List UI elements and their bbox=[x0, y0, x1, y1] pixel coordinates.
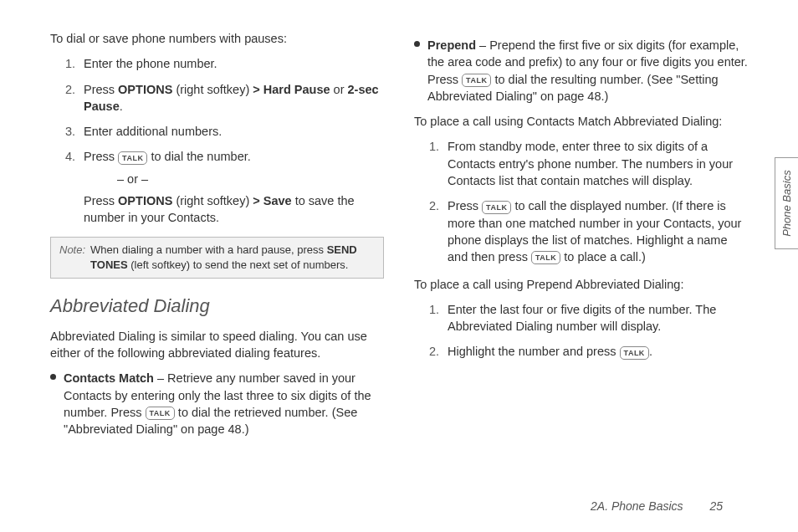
step-1-text: Enter the phone number. bbox=[84, 57, 217, 70]
t: (right softkey) bbox=[172, 83, 253, 96]
talk-key-icon: TALK bbox=[118, 151, 147, 165]
t: Highlight the number and press bbox=[448, 345, 620, 358]
cm-steps: From standby mode, enter three to six di… bbox=[429, 138, 748, 265]
t: to place a call.) bbox=[560, 250, 646, 263]
cm-heading: To place a call using Contacts Match Abb… bbox=[414, 113, 748, 130]
note-box: Note: When dialing a number with a hard … bbox=[50, 237, 384, 279]
talk-key-icon: TALK bbox=[462, 74, 491, 87]
t: From standby mode, enter three to six di… bbox=[448, 140, 733, 187]
options-label: OPTIONS bbox=[118, 83, 172, 96]
t: (left softkey) to send the next set of n… bbox=[128, 258, 349, 271]
t: Press bbox=[448, 199, 482, 212]
t: Press bbox=[84, 194, 118, 207]
step-2: Press OPTIONS (right softkey) > Hard Pau… bbox=[65, 81, 384, 115]
talk-key-icon: TALK bbox=[482, 201, 511, 214]
pp-step-1: Enter the last four or five digits of th… bbox=[429, 301, 748, 335]
talk-key-icon: TALK bbox=[146, 407, 175, 420]
pp-heading: To place a call using Prepend Abbreviate… bbox=[414, 276, 748, 293]
note-label: Note: bbox=[59, 243, 85, 273]
step-3: Enter additional numbers. bbox=[65, 123, 384, 140]
step-4-alt: Press OPTIONS (right softkey) > Save to … bbox=[84, 192, 384, 227]
or-divider: – or – bbox=[117, 171, 384, 187]
right-column: Prepend – Prepend the first five or six … bbox=[414, 30, 748, 447]
bullet-prepend: Prepend – Prepend the first five or six … bbox=[414, 37, 748, 105]
t: . bbox=[649, 345, 652, 358]
pp-step-2: Highlight the number and press TALK. bbox=[429, 343, 748, 360]
feature-list: Contacts Match – Retrieve any number sav… bbox=[50, 370, 384, 437]
intro-text: To dial or save phone numbers with pause… bbox=[50, 30, 384, 47]
talk-key-icon: TALK bbox=[531, 251, 560, 264]
t: . bbox=[120, 100, 123, 113]
step-3-text: Enter additional numbers. bbox=[84, 125, 222, 138]
cm-step-1: From standby mode, enter three to six di… bbox=[429, 138, 748, 189]
pause-steps: Enter the phone number. Press OPTIONS (r… bbox=[65, 55, 384, 226]
cm-step-2: Press TALK to call the displayed number.… bbox=[429, 197, 748, 265]
save-label: Save bbox=[260, 194, 292, 207]
prepend-title: Prepend bbox=[427, 38, 476, 52]
step-4: Press TALK to dial the number. – or – Pr… bbox=[65, 148, 384, 226]
gt-icon: > bbox=[253, 194, 259, 207]
t: Press bbox=[84, 83, 118, 96]
step-1: Enter the phone number. bbox=[65, 55, 384, 72]
t: When dialing a number with a hard pause,… bbox=[90, 243, 327, 256]
left-column: To dial or save phone numbers with pause… bbox=[50, 30, 384, 447]
t: Press bbox=[84, 150, 118, 163]
page-footer: 2A. Phone Basics 25 bbox=[591, 499, 723, 515]
side-tab: Phone Basics bbox=[775, 157, 798, 249]
abbreviated-dialing-heading: Abbreviated Dialing bbox=[50, 294, 384, 320]
options-label: OPTIONS bbox=[118, 194, 172, 207]
footer-page-number: 25 bbox=[709, 499, 723, 513]
feature-list-cont: Prepend – Prepend the first five or six … bbox=[414, 37, 748, 105]
t: Enter the last four or five digits of th… bbox=[448, 303, 716, 333]
footer-section: 2A. Phone Basics bbox=[591, 499, 683, 513]
gt-icon: > bbox=[253, 83, 259, 96]
talk-key-icon: TALK bbox=[620, 346, 649, 360]
bullet-contacts-match: Contacts Match – Retrieve any number sav… bbox=[50, 370, 384, 437]
side-tab-label: Phone Basics bbox=[779, 170, 794, 237]
hard-pause-label: Hard Pause bbox=[260, 83, 330, 96]
t: to dial the number. bbox=[147, 150, 250, 163]
t: (right softkey) bbox=[172, 194, 253, 207]
contacts-match-title: Contacts Match bbox=[64, 371, 154, 385]
abbrev-desc: Abbreviated Dialing is similar to speed … bbox=[50, 328, 384, 362]
pp-steps: Enter the last four or five digits of th… bbox=[429, 301, 748, 361]
note-body: When dialing a number with a hard pause,… bbox=[90, 243, 375, 273]
t: or bbox=[330, 83, 348, 96]
